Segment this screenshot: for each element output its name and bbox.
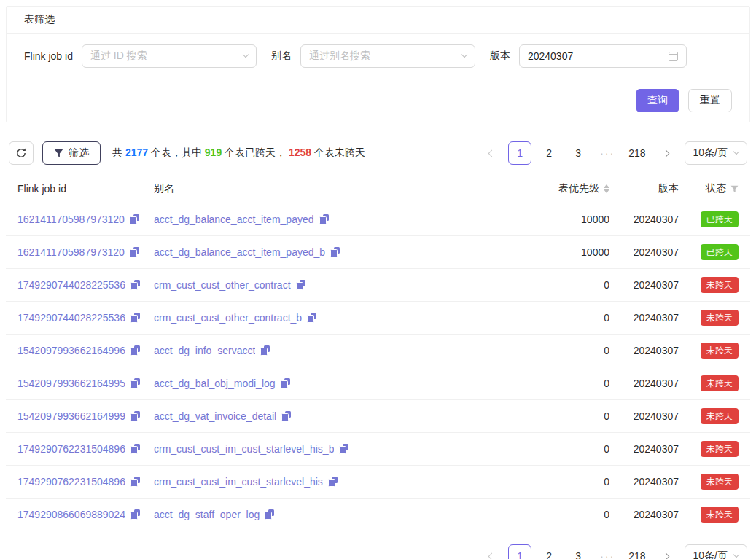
flink-job-id-link[interactable]: 1749290762231504896	[17, 476, 125, 488]
reset-button[interactable]: 重置	[688, 89, 732, 112]
copy-icon[interactable]	[265, 509, 274, 520]
chevron-down-icon	[243, 52, 249, 58]
column-header-priority[interactable]: 表优先级	[524, 182, 615, 195]
cell-version: 20240307	[615, 214, 685, 225]
table-header: Flink job id 别名 表优先级 版本 状态	[6, 175, 750, 203]
copy-icon[interactable]	[328, 477, 338, 487]
copy-icon[interactable]	[281, 378, 290, 388]
copy-icon[interactable]	[130, 214, 139, 224]
column-header-status: 状态	[685, 182, 750, 195]
flink-job-id-link[interactable]: 1542097993662164995	[17, 378, 125, 389]
copy-icon[interactable]	[130, 378, 140, 388]
pagination-page-1[interactable]: 1	[508, 544, 531, 559]
pagination-prev-button[interactable]	[479, 141, 502, 165]
flink-job-id-label: Flink job id	[24, 50, 73, 62]
alias-link[interactable]: acct_dg_bal_obj_modi_log	[154, 378, 276, 389]
alias-link[interactable]: crm_cust_cust_other_contract	[154, 279, 291, 291]
cell-status: 未跨天	[685, 277, 750, 293]
table-row: 1542097993662164999 acct_dg_vat_invoice_…	[6, 400, 750, 433]
copy-icon[interactable]	[130, 280, 140, 290]
cell-priority: 0	[524, 378, 615, 389]
alias-select[interactable]: 通过别名搜索	[300, 44, 475, 68]
table-row: 1749290866069889024 acct_dg_staff_oper_l…	[6, 499, 750, 531]
cell-status: 未跨天	[685, 310, 750, 326]
page-size-select[interactable]: 10条/页	[685, 544, 747, 559]
cell-alias: acct_dg_staff_oper_log	[148, 509, 524, 520]
pagination-page-218[interactable]: 218	[625, 544, 649, 559]
copy-icon[interactable]	[339, 444, 348, 454]
pagination-ellipsis[interactable]: ···	[596, 544, 619, 559]
cell-priority: 0	[524, 509, 615, 520]
flink-job-id-link[interactable]: 1749290744028225536	[17, 312, 125, 324]
alias-link[interactable]: acct_dg_staff_oper_log	[154, 509, 260, 520]
chevron-down-icon	[733, 552, 739, 558]
flink-job-id-link[interactable]: 1542097993662164999	[17, 410, 125, 422]
filter-toggle-label: 筛选	[69, 146, 89, 160]
cell-status: 未跨天	[685, 441, 750, 457]
alias-placeholder: 通过别名搜索	[309, 50, 370, 63]
refresh-button[interactable]	[9, 141, 34, 165]
pagination-page-2[interactable]: 2	[537, 141, 561, 165]
version-date-value: 20240307	[528, 50, 573, 62]
chevron-left-icon	[488, 149, 495, 157]
copy-icon[interactable]	[319, 214, 329, 224]
alias-link[interactable]: crm_cust_cust_other_contract_b	[154, 312, 302, 324]
flink-job-id-link[interactable]: 1621411705987973120	[17, 214, 125, 225]
cell-priority: 0	[524, 279, 615, 291]
flink-job-id-link[interactable]: 1621411705987973120	[17, 246, 125, 258]
alias-link[interactable]: acct_dg_info_servacct	[154, 345, 255, 356]
copy-icon[interactable]	[307, 313, 316, 323]
table-row: 1542097993662164996 acct_dg_info_servacc…	[6, 335, 750, 367]
flink-job-id-link[interactable]: 1749290866069889024	[17, 509, 125, 520]
summary-part: 个表已跨天，	[222, 146, 289, 158]
copy-icon[interactable]	[130, 313, 140, 323]
pagination-page-1[interactable]: 1	[508, 141, 531, 165]
table-row: 1542097993662164995 acct_dg_bal_obj_modi…	[6, 367, 750, 400]
flink-job-id-link[interactable]: 1749290744028225536	[17, 279, 125, 291]
cell-priority: 0	[524, 312, 615, 324]
copy-icon[interactable]	[330, 247, 340, 257]
cell-alias: crm_cust_cust_other_contract_b	[148, 312, 524, 324]
copy-icon[interactable]	[260, 345, 270, 356]
copy-icon[interactable]	[130, 509, 140, 520]
copy-icon[interactable]	[296, 280, 305, 290]
alias-link[interactable]: crm_cust_cust_im_cust_starlevel_his	[154, 476, 323, 488]
column-header-flink-job-id: Flink job id	[6, 183, 148, 195]
copy-icon[interactable]	[130, 411, 140, 421]
pagination-page-218[interactable]: 218	[625, 141, 649, 165]
copy-icon[interactable]	[130, 477, 140, 487]
table-row: 1749290762231504896 crm_cust_cust_im_cus…	[6, 466, 750, 499]
pagination-ellipsis[interactable]: ···	[596, 141, 619, 165]
copy-icon[interactable]	[130, 247, 139, 257]
table-row: 1749290744028225536 crm_cust_cust_other_…	[6, 302, 750, 335]
sort-carets-icon[interactable]	[604, 184, 609, 193]
pagination-page-3[interactable]: 3	[566, 544, 590, 559]
status-filter-icon[interactable]	[730, 185, 739, 193]
filter-fields-row: Flink job id 通过 ID 搜索 别名 通过别名搜索 版本 20240…	[7, 34, 749, 79]
alias-link[interactable]: acct_dg_balance_acct_item_payed	[154, 214, 314, 225]
alias-link[interactable]: acct_dg_vat_invoice_detail	[154, 410, 276, 422]
copy-icon[interactable]	[130, 444, 140, 454]
flink-job-id-link[interactable]: 1749290762231504896	[17, 443, 125, 455]
search-button[interactable]: 查询	[636, 89, 679, 112]
pagination-next-button[interactable]	[655, 544, 679, 559]
filter-toggle-button[interactable]: 筛选	[42, 141, 101, 165]
alias-link[interactable]: acct_dg_balance_acct_item_payed_b	[154, 246, 325, 258]
flink-job-id-link[interactable]: 1542097993662164996	[17, 345, 125, 356]
cell-flink-job-id: 1542097993662164995	[6, 378, 148, 389]
copy-icon[interactable]	[130, 345, 140, 356]
pagination-page-3[interactable]: 3	[566, 141, 590, 165]
pagination-bottom-row: 123···21810条/页	[6, 544, 747, 559]
pagination-prev-button[interactable]	[479, 544, 502, 559]
pagination-page-2[interactable]: 2	[537, 544, 561, 559]
column-title: Flink job id	[17, 183, 66, 195]
page: 表筛选 Flink job id 通过 ID 搜索 别名 通过别名搜索 版本	[0, 0, 756, 559]
flink-job-id-select[interactable]: 通过 ID 搜索	[82, 44, 257, 68]
alias-link[interactable]: crm_cust_cust_im_cust_starlevel_his_b	[154, 443, 334, 455]
copy-icon[interactable]	[281, 411, 291, 421]
cell-alias: acct_dg_bal_obj_modi_log	[148, 378, 524, 389]
version-date-input[interactable]: 20240307	[519, 44, 687, 68]
pagination-next-button[interactable]	[655, 141, 679, 165]
cell-alias: acct_dg_info_servacct	[148, 345, 524, 356]
page-size-select[interactable]: 10条/页	[685, 141, 747, 165]
